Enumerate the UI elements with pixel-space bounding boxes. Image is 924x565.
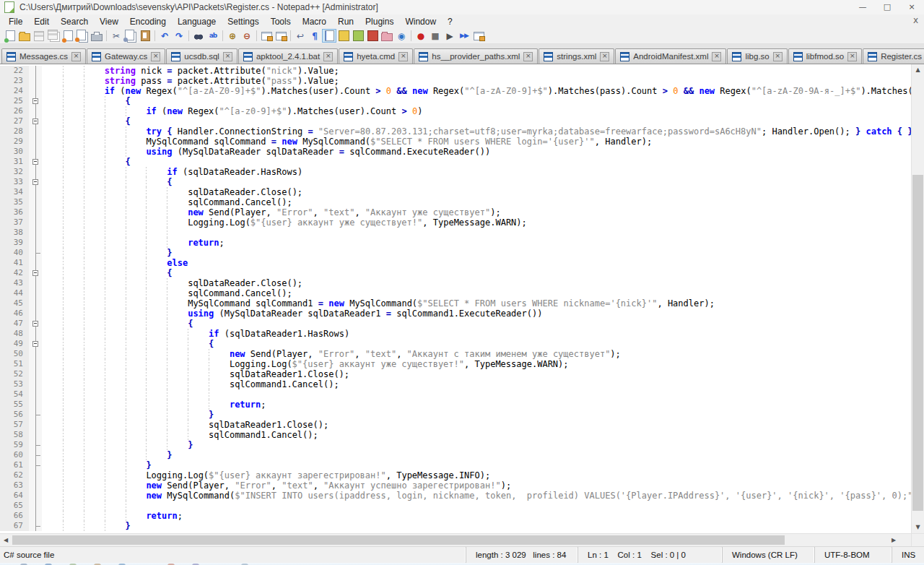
menu-tools[interactable]: Tools (265, 15, 297, 28)
fold-collapse-icon[interactable] (32, 179, 38, 185)
menubar-close-icon[interactable]: x (913, 15, 918, 25)
word-wrap-icon[interactable]: ↩ (293, 29, 308, 43)
code-line: 37Logging.Log($"{user} аккаунт уже сущес… (0, 217, 911, 228)
code-line: 61} (0, 460, 911, 470)
tab-ucsdb.sql[interactable]: ucsdb.sql× (166, 48, 237, 64)
tab-close-icon[interactable]: × (398, 52, 408, 61)
restore-button[interactable]: □ (875, 0, 899, 14)
close-file-icon[interactable] (61, 29, 75, 43)
indent-guide-icon[interactable] (322, 29, 336, 43)
document-map-icon[interactable] (351, 29, 365, 43)
status-encoding[interactable]: UTF-8-BOM (814, 547, 892, 563)
find-icon[interactable] (191, 29, 206, 43)
tab-Gateway.cs[interactable]: Gateway.cs× (87, 48, 165, 64)
tab-label: libfmod.so (806, 52, 844, 61)
menu-window[interactable]: Window (399, 15, 442, 28)
menu-encoding[interactable]: Encoding (124, 15, 172, 28)
menu-view[interactable]: View (94, 15, 124, 28)
indent-guide (167, 400, 167, 410)
tab-libfmod.so[interactable]: libfmod.so× (788, 48, 862, 64)
menu-run[interactable]: Run (332, 15, 359, 28)
minimize-button[interactable]: — (850, 0, 875, 14)
scroll-left-arrow-icon[interactable]: ◀ (0, 534, 12, 546)
zoom-in-icon[interactable]: ⊕ (225, 29, 240, 43)
tab-close-icon[interactable]: × (323, 52, 333, 61)
macro-stop-icon[interactable]: ■ (428, 29, 443, 43)
open-file-icon[interactable] (17, 29, 32, 43)
tab-libg.so[interactable]: libg.so× (727, 48, 787, 64)
macro-save-icon[interactable] (471, 29, 486, 43)
new-file-icon[interactable] (3, 29, 17, 43)
code-editor[interactable]: 22string nick = packet.Attribute("nick")… (0, 64, 911, 533)
tab-hyeta.cmd[interactable]: hyeta.cmd× (339, 48, 413, 64)
indent-guide (105, 430, 105, 440)
paste-icon[interactable] (138, 29, 152, 43)
indent-guide (84, 96, 84, 106)
menu-language[interactable]: Language (172, 15, 222, 28)
close-button[interactable]: × (899, 0, 924, 14)
tab-close-icon[interactable]: × (847, 52, 857, 61)
code-text: MySqlCommand sqlCommand = new MySqlComma… (42, 137, 911, 147)
replace-icon[interactable]: ab (206, 29, 220, 43)
tab-close-icon[interactable]: × (712, 52, 721, 61)
tab-close-icon[interactable]: × (523, 52, 533, 61)
tab-close-icon[interactable]: × (71, 52, 81, 61)
macro-record-icon[interactable]: ● (414, 29, 428, 43)
indent-guide (209, 400, 209, 410)
status-insert-mode[interactable]: INS (892, 547, 924, 563)
fold-collapse-icon[interactable] (32, 159, 38, 165)
macro-play-icon[interactable]: ▶ (443, 29, 457, 43)
line-number: 53 (0, 379, 29, 389)
monitoring-icon[interactable]: ◉ (394, 29, 409, 43)
menu-file[interactable]: File (3, 15, 28, 28)
show-all-characters-icon[interactable]: ¶ (308, 29, 322, 43)
sync-vertical-scroll-icon[interactable] (259, 29, 274, 43)
tab-AndroidManifest.xml[interactable]: AndroidManifest.xml× (615, 48, 726, 64)
fold-collapse-icon[interactable] (32, 98, 38, 104)
sync-horizontal-scroll-icon[interactable] (274, 29, 288, 43)
fold-collapse-icon[interactable] (32, 270, 38, 276)
horizontal-scrollbar[interactable]: ◀ ▶ (0, 533, 924, 546)
indent-guide (126, 298, 126, 309)
vertical-scrollbar-thumb[interactable] (912, 175, 923, 511)
horizontal-scrollbar-thumb[interactable] (12, 535, 785, 545)
cut-icon[interactable]: ✂ (109, 29, 123, 43)
zoom-out-icon[interactable]: ⊖ (240, 29, 254, 43)
menu-plugins[interactable]: Plugins (359, 15, 399, 28)
undo-icon[interactable]: ↶ (157, 29, 172, 43)
indent-guide (167, 440, 167, 450)
tab-apktool_2.4.1.bat[interactable]: apktool_2.4.1.bat× (238, 48, 338, 64)
tab-close-icon[interactable]: × (151, 52, 160, 61)
fold-collapse-icon[interactable] (32, 321, 38, 327)
menu-edit[interactable]: Edit (28, 15, 55, 28)
save-icon[interactable] (32, 29, 46, 43)
redo-icon[interactable]: ↷ (172, 29, 186, 43)
vertical-scrollbar[interactable]: ▲ ▼ (911, 64, 924, 533)
copy-icon[interactable] (123, 29, 138, 43)
fold-line (35, 288, 36, 298)
user-defined-dialog-icon[interactable] (336, 29, 351, 43)
fold-collapse-icon[interactable] (32, 341, 38, 347)
tab-strings.xml[interactable]: strings.xml× (539, 48, 614, 64)
tab-hs__provider_paths.xml[interactable]: hs__provider_paths.xml× (414, 48, 538, 64)
close-all-icon[interactable] (75, 29, 90, 43)
scroll-up-arrow-icon[interactable]: ▲ (912, 64, 924, 76)
tab-close-icon[interactable]: × (600, 52, 609, 61)
fold-collapse-icon[interactable] (32, 118, 38, 124)
save-all-icon[interactable] (46, 29, 61, 43)
menu-macro[interactable]: Macro (297, 15, 332, 28)
scroll-right-arrow-icon[interactable]: ▶ (888, 534, 899, 546)
menu-help[interactable]: ? (442, 15, 458, 28)
status-eol-format[interactable]: Windows (CR LF) (722, 547, 814, 563)
print-icon[interactable] (90, 29, 104, 43)
scroll-down-arrow-icon[interactable]: ▼ (912, 522, 924, 533)
tab-close-icon[interactable]: × (773, 52, 783, 61)
tab-Messages.cs[interactable]: Messages.cs× (1, 48, 86, 64)
tab-close-icon[interactable]: × (223, 52, 232, 61)
menu-settings[interactable]: Settings (222, 15, 264, 28)
folder-as-workspace-icon[interactable] (380, 29, 394, 43)
tab-Register.cs[interactable]: Register.cs× (863, 48, 924, 64)
function-list-icon[interactable] (365, 29, 380, 43)
macro-run-multiple-icon[interactable]: ▶▶ (457, 29, 471, 43)
menu-search[interactable]: Search (55, 15, 94, 28)
